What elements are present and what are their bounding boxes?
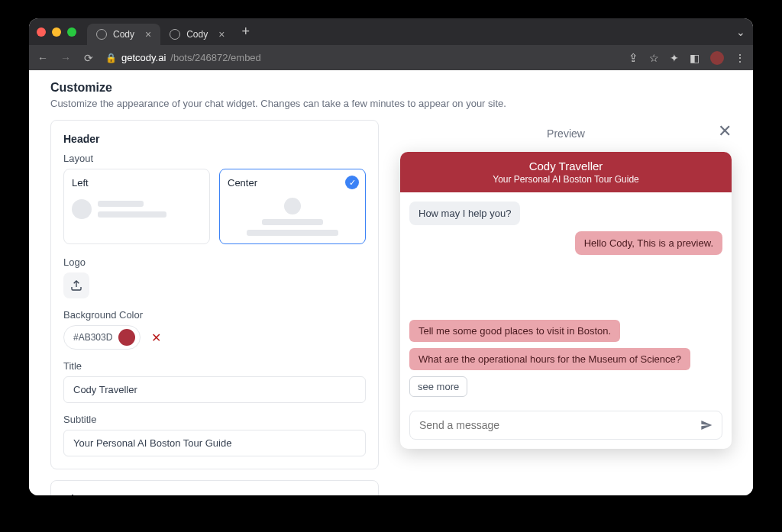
bookmark-icon[interactable]: ☆ — [649, 52, 659, 64]
extensions-icon[interactable]: ✦ — [670, 52, 679, 64]
back-button[interactable]: ← — [37, 52, 49, 64]
minimize-window[interactable] — [52, 27, 61, 37]
layout-label: Layout — [63, 153, 366, 164]
tab-cody-2[interactable]: Cody × — [160, 24, 234, 45]
chat-section-title: Chat — [63, 493, 366, 495]
see-more-button[interactable]: see more — [409, 376, 467, 397]
send-icon[interactable] — [700, 419, 713, 431]
share-icon[interactable]: ⇪ — [629, 51, 638, 65]
lock-icon: 🔒 — [105, 53, 117, 63]
suggestion-chip[interactable]: What are the operational hours for the M… — [409, 348, 690, 370]
window-controls — [37, 27, 76, 37]
bgcolor-label: Background Color — [63, 309, 366, 321]
close-preview-button[interactable]: ✕ — [718, 121, 732, 141]
close-tab-icon[interactable]: × — [145, 28, 151, 40]
upload-logo-button[interactable] — [63, 272, 89, 298]
upload-icon — [70, 279, 82, 292]
logo-label: Logo — [63, 256, 366, 268]
message-composer[interactable] — [409, 411, 722, 440]
chat-widget-preview: Cody Traveller Your Personal AI Boston T… — [400, 152, 732, 449]
title-input[interactable] — [63, 376, 366, 403]
preview-label: Preview — [547, 127, 585, 140]
globe-icon — [170, 29, 180, 40]
user-message: Hello Cody, This is a preview. — [575, 231, 722, 255]
chat-header-title: Cody Traveller — [406, 160, 725, 172]
page-content: Customize Customize the appearance of yo… — [29, 70, 753, 495]
profile-avatar[interactable] — [710, 51, 724, 65]
forward-button[interactable]: → — [60, 52, 72, 64]
maximize-window[interactable] — [67, 27, 76, 37]
message-input[interactable] — [419, 419, 700, 431]
layout-name: Left — [72, 177, 202, 189]
clear-color-button[interactable]: ✕ — [148, 327, 164, 348]
subtitle-label: Subtitle — [63, 414, 366, 425]
new-tab-button[interactable]: + — [241, 24, 250, 40]
panel-icon[interactable]: ◧ — [690, 52, 700, 64]
layout-name: Center — [228, 177, 357, 189]
layout-option-left[interactable]: Left — [63, 169, 210, 244]
header-section-title: Header — [63, 133, 366, 145]
color-hex: #AB303D — [73, 332, 112, 343]
close-window[interactable] — [37, 27, 46, 37]
tab-cody-1[interactable]: Cody × — [87, 24, 160, 45]
address-bar: ← → ⟳ 🔒 getcody.ai/bots/246872/embed ⇪ ☆… — [29, 45, 753, 70]
url-host: getcody.ai — [121, 52, 166, 63]
check-icon: ✓ — [345, 176, 359, 189]
title-label: Title — [63, 360, 366, 372]
page-title: Customize — [50, 81, 732, 95]
tabs-dropdown-icon[interactable]: ⌄ — [736, 26, 745, 38]
tab-title: Cody — [186, 29, 208, 40]
layout-option-center[interactable]: ✓ Center — [219, 169, 366, 244]
url-field[interactable]: 🔒 getcody.ai/bots/246872/embed — [105, 52, 618, 63]
suggestion-chip[interactable]: Tell me some good places to visit in Bos… — [409, 320, 620, 342]
browser-window: Cody × Cody × + ⌄ ← → ⟳ 🔒 getcody.ai/bot… — [29, 18, 753, 495]
subtitle-input[interactable] — [63, 430, 366, 456]
bot-message: How may I help you? — [409, 202, 520, 225]
chat-settings-card: Chat Message Size — [50, 480, 379, 495]
chat-header: Cody Traveller Your Personal AI Boston T… — [400, 152, 732, 192]
color-swatch — [118, 329, 135, 346]
layout-center-preview — [228, 195, 357, 236]
url-path: /bots/246872/embed — [170, 52, 261, 63]
layout-left-preview — [72, 195, 202, 221]
menu-icon[interactable]: ⋮ — [735, 52, 745, 64]
tab-bar: Cody × Cody × + ⌄ — [29, 18, 753, 45]
chat-header-subtitle: Your Personal AI Boston Tour Guide — [406, 174, 725, 185]
color-picker[interactable]: #AB303D — [63, 325, 141, 350]
tab-title: Cody — [113, 29, 134, 40]
globe-icon — [96, 29, 107, 40]
page-subtitle: Customize the appearance of your chat wi… — [50, 98, 732, 109]
reload-button[interactable]: ⟳ — [82, 52, 95, 64]
close-tab-icon[interactable]: × — [218, 28, 225, 40]
header-settings-card: Header Layout Left ✓ — [50, 120, 379, 469]
